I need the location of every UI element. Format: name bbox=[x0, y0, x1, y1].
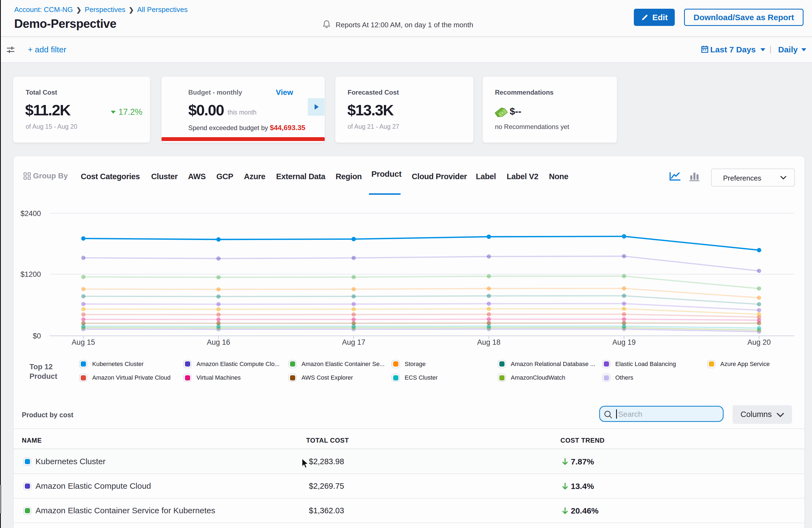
svg-text:$1200: $1200 bbox=[20, 270, 41, 278]
svg-text:Aug 19: Aug 19 bbox=[612, 338, 636, 346]
svg-text:Aug 17: Aug 17 bbox=[342, 338, 365, 346]
svg-text:Aug 18: Aug 18 bbox=[477, 338, 501, 346]
svg-text:Aug 16: Aug 16 bbox=[207, 338, 230, 346]
svg-text:$2400: $2400 bbox=[20, 209, 41, 218]
svg-text:Aug 15: Aug 15 bbox=[72, 338, 95, 346]
svg-text:Aug 20: Aug 20 bbox=[747, 338, 771, 346]
svg-text:$0: $0 bbox=[33, 332, 41, 340]
